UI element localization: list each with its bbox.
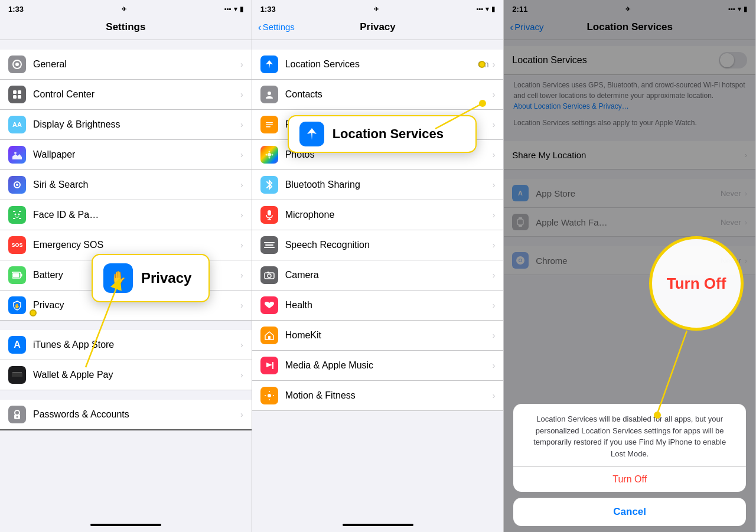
back-settings[interactable]: ‹ Settings [258,22,295,32]
wifi-icon-1: ▾ [234,5,237,13]
health-chevron: › [493,301,496,310]
itunes-icon: A [8,336,26,354]
privacy-chevron: › [240,301,243,310]
svg-rect-21 [12,372,22,373]
microphone-icon [260,206,278,224]
home-bar-1 [90,524,161,526]
location-callout-icon-wrap [299,122,324,146]
privacy-item-contacts[interactable]: Contacts › [252,80,504,110]
alert-turnoff-btn[interactable]: Turn Off [513,466,746,492]
time-1: 1:33 [8,5,24,14]
settings-item-controlcenter[interactable]: Control Center › [0,80,252,110]
privacy-item-motion[interactable]: Motion & Fitness › [252,381,504,411]
media-label: Media & Apple Music [285,360,493,371]
siri-icon [8,176,26,194]
status-icons-2: ▪▪▪ ▾ ▮ [477,5,496,13]
alert-dialog: Location Services will be disabled for a… [513,404,746,492]
settings-item-passwords[interactable]: Passwords & Accounts › [0,400,252,430]
privacy-item-speech[interactable]: Speech Recognition › [252,230,504,260]
settings-item-wallpaper[interactable]: Wallpaper › [0,140,252,170]
contacts-chevron: › [493,90,496,99]
svg-point-32 [268,151,270,153]
svg-rect-41 [264,247,275,248]
callout-icon-wrap: ✋ [103,263,133,293]
display-chevron: › [240,120,243,129]
home-bar-2 [343,524,413,526]
signal-icon-2: ▪▪▪ [477,5,484,12]
emergency-icon: SOS [8,236,26,254]
battery-icon-1: ▮ [240,5,243,13]
settings-item-display[interactable]: AA Display & Brightness › [0,110,252,140]
motion-chevron: › [493,391,496,400]
turnoff-circle-annotation: Turn Off [649,236,744,331]
location-callout-label: Location Services [333,126,444,142]
media-chevron: › [493,361,496,370]
camera-chevron: › [493,270,496,280]
wallet-icon [8,366,26,384]
privacy-item-camera[interactable]: Camera › [252,260,504,291]
passwords-icon [8,406,26,423]
svg-rect-5 [18,95,21,99]
settings-item-faceid[interactable]: Face ID & Pa… › [0,200,252,230]
svg-rect-28 [266,122,273,123]
nav-bar-2: ‹ Settings Privacy [252,17,504,40]
alert-text: Location Services will be disabled for a… [525,413,734,459]
microphone-label: Microphone [285,210,493,220]
wifi-icon-2: ▾ [485,5,489,13]
home-indicator-1 [0,520,252,532]
panel-privacy: 1:33 ✈ ▪▪▪ ▾ ▮ ‹ Settings Privacy Locati… [252,0,504,532]
nav-bar-1: Settings [0,17,252,40]
privacy-item-health[interactable]: Health › [252,291,504,321]
privacy-item-media[interactable]: Media & Apple Music › [252,351,504,381]
wallet-label: Wallet & Apple Pay [33,370,240,380]
svg-point-27 [268,92,271,95]
back-settings-label[interactable]: Settings [263,22,295,32]
svg-rect-39 [264,242,275,243]
photos-icon [260,146,278,164]
faceid-label: Face ID & Pa… [33,210,240,220]
privacy-item-location[interactable]: Location Services On › [252,50,504,80]
siri-label: Siri & Search [33,179,240,190]
status-bar-1: 1:33 ✈ ▪▪▪ ▾ ▮ [0,0,252,17]
contacts-icon [260,86,278,103]
homekit-icon [260,327,278,344]
svg-point-43 [268,274,271,278]
display-icon: AA [8,116,26,133]
speech-icon [260,236,278,254]
privacy-item-homekit[interactable]: HomeKit › [252,321,504,351]
svg-rect-12 [19,218,21,219]
svg-text:✋: ✋ [14,303,20,309]
svg-point-0 [15,63,19,66]
svg-rect-9 [13,211,15,212]
settings-item-general[interactable]: General › [0,50,252,80]
homekit-chevron: › [493,331,496,340]
svg-text:✋: ✋ [110,270,127,286]
turnoff-circle-text: Turn Off [667,275,726,293]
settings-list-2[interactable]: Location Services On › Contacts › Remind… [252,40,504,520]
microphone-chevron: › [493,210,496,220]
location-annotation-dot [478,61,485,68]
svg-rect-44 [268,336,271,340]
svg-rect-4 [13,95,17,99]
cancel-button[interactable]: Cancel [513,498,746,526]
motion-icon [260,387,278,404]
svg-point-24 [17,416,18,418]
media-icon [260,357,278,374]
reminders-chevron: › [493,120,496,129]
privacy-item-microphone[interactable]: Microphone › [252,200,504,230]
svg-rect-11 [13,218,15,219]
passwords-chevron: › [240,410,243,419]
settings-item-siri[interactable]: Siri & Search › [0,170,252,200]
svg-rect-40 [265,244,273,246]
siri-chevron: › [240,180,243,190]
privacy-item-bluetooth[interactable]: Bluetooth Sharing › [252,170,504,200]
settings-item-itunes[interactable]: A iTunes & App Store › [0,330,252,360]
general-chevron: › [240,60,243,69]
wallet-chevron: › [240,370,243,380]
controlcenter-label: Control Center [33,89,240,100]
callout-label: Privacy [141,270,191,286]
settings-item-wallet[interactable]: Wallet & Apple Pay › [0,360,252,390]
emergency-label: Emergency SOS [33,240,240,250]
battery-icon-item [8,266,26,284]
faceid-icon [8,206,26,224]
